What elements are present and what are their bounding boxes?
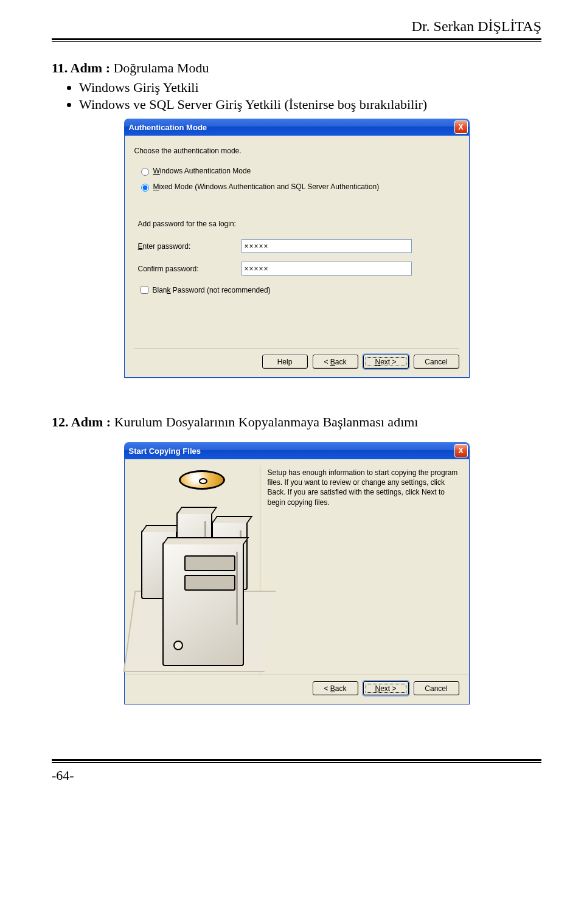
dialog1-titlebar[interactable]: Authentication Mode X [124, 119, 470, 136]
dialog1-body: Choose the authentication mode. Windows … [124, 136, 470, 378]
dialog-auth-mode: Authentication Mode X Choose the authent… [124, 119, 470, 378]
server-illustration [132, 465, 260, 675]
dialog1-prompt: Choose the authentication mode. [134, 147, 459, 155]
next-button[interactable]: Next > [363, 681, 409, 695]
header-rule-outer [52, 38, 541, 40]
radio-windows-input[interactable] [141, 168, 149, 176]
confirm-password-input[interactable] [242, 262, 412, 276]
enter-password-label: Enter password: [138, 242, 242, 251]
step11-bullets: Windows Giriş Yetkili Windows ve SQL Ser… [79, 80, 541, 113]
step11-bullet-1: Windows Giriş Yetkili [79, 80, 541, 96]
step11-title: 11. Adım : Doğrulama Modu [52, 60, 541, 76]
add-pw-prompt: Add password for the sa login: [138, 220, 459, 228]
cancel-button[interactable]: Cancel [414, 681, 459, 695]
disc-icon [179, 470, 225, 490]
cancel-button[interactable]: Cancel [414, 355, 459, 369]
close-icon[interactable]: X [454, 444, 468, 457]
confirm-password-label: Confirm password: [138, 265, 242, 273]
back-button[interactable]: < Back [313, 681, 358, 695]
close-icon[interactable]: X [454, 120, 468, 134]
header-rule-inner [52, 41, 541, 42]
radio-windows-auth[interactable]: Windows Authentication Mode [138, 166, 459, 176]
header-author: Dr. Serkan DİŞLİTAŞ [52, 18, 541, 35]
back-button[interactable]: < Back [313, 355, 358, 369]
footer-rule-outer [52, 759, 541, 761]
dialog2-message: Setup has enough information to start co… [268, 465, 462, 675]
dialog2-body: Setup has enough information to start co… [124, 459, 470, 704]
dialog1-buttons: Help < Back Next > Cancel [134, 355, 459, 369]
radio-windows-label: Windows Authentication Mode [153, 167, 251, 175]
dialog1-title: Authentication Mode [129, 123, 207, 132]
radio-mixed-auth[interactable]: Mixed Mode (Windows Authentication and S… [138, 182, 459, 192]
blank-password-label: Blank Password (not recommended) [153, 286, 271, 294]
enter-password-row: Enter password: [138, 239, 459, 253]
dialog2-buttons: < Back Next > Cancel [125, 675, 469, 704]
enter-password-input[interactable] [242, 239, 412, 253]
radio-mixed-label: Mixed Mode (Windows Authentication and S… [153, 182, 380, 191]
blank-password-row[interactable]: Blank Password (not recommended) [138, 284, 459, 296]
dialog2-titlebar[interactable]: Start Copying Files X [124, 442, 470, 459]
dialog-start-copying: Start Copying Files X [124, 442, 470, 704]
footer-rule-inner [52, 762, 541, 763]
radio-mixed-input[interactable] [141, 184, 149, 192]
step12-title: 12. Adım : Kurulum Dosyalarının Kopyalan… [52, 414, 541, 430]
step11-label: 11. Adım : [52, 60, 110, 75]
page-number: -64- [52, 768, 541, 783]
blank-password-checkbox[interactable] [141, 286, 148, 294]
help-button[interactable]: Help [262, 355, 308, 369]
confirm-password-row: Confirm password: [138, 262, 459, 276]
server-icon [135, 478, 257, 672]
step12-label: 12. Adım : [52, 414, 111, 429]
step12-rest: Kurulum Dosyalarının Kopyalanmaya Başlan… [111, 414, 418, 429]
dialog2-title: Start Copying Files [129, 446, 201, 456]
step11-bullet-2: Windows ve SQL Server Giriş Yetkili (İst… [79, 97, 541, 113]
next-button[interactable]: Next > [363, 355, 409, 369]
dialog1-divider [134, 348, 459, 349]
step11-rest: Doğrulama Modu [110, 60, 209, 75]
